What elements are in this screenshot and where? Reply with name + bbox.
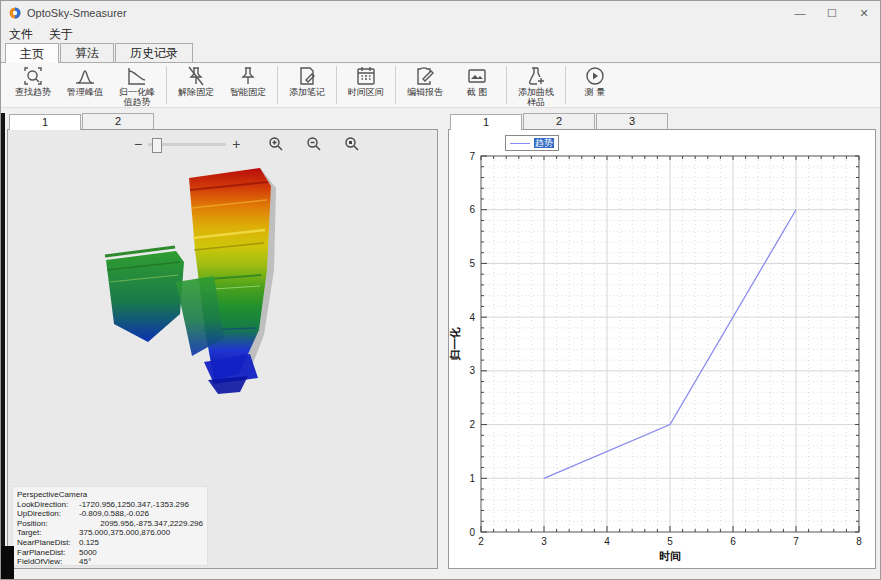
edit-report-button[interactable]: 编辑报告 <box>399 64 451 106</box>
add-curve-sample-button[interactable]: 添加曲线 样品 <box>510 64 562 106</box>
toolbar-separator <box>166 66 167 104</box>
legend-line-sample <box>510 143 530 144</box>
camera-row: FarPlaneDist: 5000 <box>17 548 203 558</box>
zoom-in-button[interactable] <box>268 136 284 152</box>
camera-row: Position: 2095.956,-875.347,2229.296 <box>17 519 203 529</box>
zoom-out-button[interactable] <box>306 136 322 152</box>
svg-text:7: 7 <box>793 536 799 547</box>
trend-line-chart[interactable]: 234567801234567时间归一化 <box>449 130 875 568</box>
unpin-button[interactable]: 解除固定 <box>170 64 222 106</box>
zoom-minus-button[interactable]: − <box>128 136 148 152</box>
toolbar-separator <box>277 66 278 104</box>
chart-tab-3[interactable]: 3 <box>596 113 668 129</box>
toolbar-label: 解除固定 <box>178 87 214 97</box>
menu-about[interactable]: 关于 <box>41 26 81 43</box>
svg-text:1: 1 <box>469 473 475 484</box>
screenshot-button[interactable]: 截 图 <box>451 64 503 106</box>
toolbar-label: 测 量 <box>585 87 606 97</box>
toolbar-label: 添加笔记 <box>289 87 325 97</box>
find-trend-button[interactable]: 查找趋势 <box>7 64 59 106</box>
svg-text:0: 0 <box>469 527 475 538</box>
toolbar-separator <box>395 66 396 104</box>
svg-text:3: 3 <box>541 536 547 547</box>
add-curve-sample-icon <box>525 65 547 87</box>
svg-text:时间: 时间 <box>659 550 681 562</box>
time-range-icon <box>355 65 377 87</box>
zoom-out-icon <box>306 136 322 152</box>
ribbon-toolbar: 查找趋势 管理峰值 归一化峰 值趋势 解除固定 智能固定 <box>1 62 880 108</box>
viewport-tab-2[interactable]: 2 <box>82 113 154 129</box>
camera-row: UpDirection: -0.809,0.588,-0.026 <box>17 509 203 519</box>
screenshot-icon <box>466 65 488 87</box>
svg-text:归一化: 归一化 <box>449 327 461 362</box>
zoom-slider-thumb[interactable] <box>152 138 162 153</box>
tab-algorithm[interactable]: 算法 <box>60 43 114 62</box>
svg-text:5: 5 <box>469 258 475 269</box>
maximize-button[interactable]: ☐ <box>816 1 848 25</box>
minimize-button[interactable]: — <box>784 1 816 25</box>
manage-peaks-button[interactable]: 管理峰值 <box>59 64 111 106</box>
toolbar-label: 时间区间 <box>348 87 384 97</box>
measure-icon <box>584 65 606 87</box>
app-logo-icon <box>9 7 21 19</box>
toolbar-label: 管理峰值 <box>67 87 103 97</box>
time-range-button[interactable]: 时间区间 <box>340 64 392 106</box>
toolbar-separator <box>565 66 566 104</box>
svg-text:3: 3 <box>469 365 475 376</box>
edit-report-icon <box>414 65 436 87</box>
find-trend-icon <box>22 65 44 87</box>
desktop-edge <box>1 546 14 580</box>
tab-home[interactable]: 主页 <box>5 43 59 63</box>
zoom-in-icon <box>268 136 284 152</box>
tab-history[interactable]: 历史记录 <box>115 43 193 62</box>
toolbar-label: 值趋势 <box>124 97 151 107</box>
normalized-peak-trend-icon <box>126 65 148 87</box>
camera-title: PerspectiveCamera <box>17 490 203 500</box>
add-note-button[interactable]: 添加笔记 <box>281 64 333 106</box>
close-button[interactable]: ✕ <box>848 1 880 25</box>
camera-row: Target: 375.000,375.000,876.000 <box>17 528 203 538</box>
chart-tab-1[interactable]: 1 <box>450 114 522 130</box>
smart-pin-button[interactable]: 智能固定 <box>222 64 274 106</box>
svg-text:7: 7 <box>469 151 475 162</box>
measure-button[interactable]: 测 量 <box>569 64 621 106</box>
viewport-tab-1[interactable]: 1 <box>9 114 81 130</box>
toolbar-separator <box>336 66 337 104</box>
chart-legend[interactable]: 趋势 <box>505 135 559 151</box>
main-tab-strip: 主页 算法 历史记录 <box>5 43 194 62</box>
trend-chart-panel: 趋势 234567801234567时间归一化 <box>448 129 876 569</box>
manage-peaks-icon <box>74 65 96 87</box>
svg-text:2: 2 <box>469 419 475 430</box>
toolbar-label: 样品 <box>527 97 545 107</box>
toolbar-separator <box>506 66 507 104</box>
toolbar-label: 查找趋势 <box>15 87 51 97</box>
zoom-fit-icon <box>344 136 360 152</box>
svg-text:5: 5 <box>667 536 673 547</box>
svg-text:6: 6 <box>469 204 475 215</box>
viewport-zoom-controls: − + <box>128 136 360 152</box>
svg-text:8: 8 <box>856 536 862 547</box>
svg-text:6: 6 <box>730 536 736 547</box>
legend-series-label: 趋势 <box>534 138 554 148</box>
desktop-edge <box>1 113 5 580</box>
toolbar-label: 截 图 <box>467 87 488 97</box>
toolbar-label: 归一化峰 <box>119 87 155 97</box>
chart-tab-2[interactable]: 2 <box>523 113 595 129</box>
chart-tab-strip: 1 2 3 <box>450 111 669 129</box>
svg-text:4: 4 <box>469 312 475 323</box>
toolbar-label: 智能固定 <box>230 87 266 97</box>
camera-info-overlay: PerspectiveCamera LookDirection: -1720.9… <box>12 486 208 566</box>
camera-row: LookDirection: -1720.956,1250.347,-1353.… <box>17 500 203 510</box>
zoom-plus-button[interactable]: + <box>226 136 246 152</box>
toolbar-label: 添加曲线 <box>518 87 554 97</box>
viewport-tab-strip: 1 2 <box>9 111 155 129</box>
menu-file[interactable]: 文件 <box>1 26 41 43</box>
window-title: OptoSky-Smeasurer <box>27 7 127 19</box>
title-bar: OptoSky-Smeasurer — ☐ ✕ <box>1 1 880 25</box>
zoom-fit-button[interactable] <box>344 136 360 152</box>
svg-text:4: 4 <box>604 536 610 547</box>
camera-row: NearPlaneDist: 0.125 <box>17 538 203 548</box>
unpin-icon <box>185 65 207 87</box>
zoom-slider[interactable] <box>148 143 226 146</box>
normalized-peak-trend-button[interactable]: 归一化峰 值趋势 <box>111 64 163 106</box>
